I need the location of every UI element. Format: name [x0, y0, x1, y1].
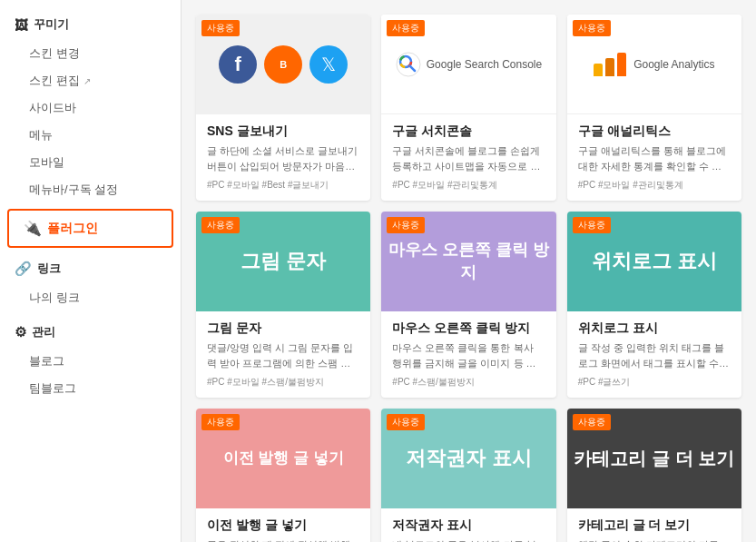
badge-using-pictogram: 사용중 — [201, 217, 240, 233]
facebook-icon: f — [219, 45, 257, 84]
plugin-card-title-category: 카테고리 글 더 보기 — [578, 517, 731, 534]
plugin-card-tags-location: #PC #글쓰기 — [578, 376, 731, 389]
plugin-card-title-prev: 이전 발행 글 넣기 — [207, 517, 359, 534]
ga-bar-1 — [594, 64, 603, 76]
plugin-card-header-gsc: 사용중 Google Search Console — [381, 15, 555, 114]
plugin-card-body-category: 카테고리 글 더 보기 해당 글이 속한 카테고리의 다른 글 목록을 보여줍니… — [567, 508, 741, 542]
plugin-card-location: 사용중 위치로그 표시 위치로그 표시 글 작성 중 입력한 위치 태그를 블로… — [567, 212, 741, 398]
plugin-grid: 사용중 f B 𝕏 SNS 글보내기 글 하단에 소셜 서비스로 글보내기 버튼… — [196, 15, 741, 542]
sidebar-item-skin-change[interactable]: 스킨 변경 — [0, 40, 181, 67]
plugin-card-desc-gsc: 구글 서치콘솔에 블로그를 손쉽게 등록하고 사이트맵을 자동으로 제출할 수 … — [392, 143, 545, 173]
plugin-card-header-pictogram: 사용중 그림 문자 — [196, 212, 370, 311]
plugin-card-body-prev: 이전 발행 글 넣기 글을 작성할 때 전에 작성해 발행한 글의 링크를 추가… — [196, 508, 370, 542]
sidebar-item-label-my-links: 나의 링크 — [29, 290, 80, 306]
plugin-card-title-gsc: 구글 서치콘솔 — [392, 123, 545, 140]
plugin-card-header-mouse: 사용중 마우스 오른쪽 클릭 방지 — [381, 212, 555, 311]
plugin-card-body-pictogram: 그림 문자 댓글/앙명 입력 시 그림 문자를 입력 받아 프로그램에 의한 스… — [196, 311, 370, 398]
plugin-card-desc-prev: 글을 작성할 때 전에 작성해 발행한 글의 링크를 추가할 수 있습니다. — [207, 537, 359, 542]
plugin-card-tags-pictogram: #PC #모바일 #스팸/불펌방지 — [207, 376, 359, 389]
plugin-card-desc-sns: 글 하단에 소셜 서비스로 글보내기 버튼이 삽입되어 방문자가 마음에 드는 … — [207, 143, 359, 173]
plugin-card-body-sns: SNS 글보내기 글 하단에 소셜 서비스로 글보내기 버튼이 삽입되어 방문자… — [196, 114, 370, 201]
gsc-text-container: Google Search Console — [427, 58, 542, 71]
sidebar-item-label-mobile: 모바일 — [29, 154, 64, 171]
twitter-icon: 𝕏 — [309, 45, 348, 84]
badge-using-location: 사용중 — [573, 217, 611, 233]
sidebar-section-customize: 🖼 꾸미기 스킨 변경 스킨 편집 ↗ 사이드바 메뉴 모바일 메뉴바/구독 설… — [0, 9, 181, 203]
sidebar-item-label-menubar: 메뉴바/구독 설정 — [29, 182, 118, 198]
badge-using-gsc: 사용중 — [387, 20, 425, 36]
sidebar-section-title-customize[interactable]: 🖼 꾸미기 — [0, 9, 181, 40]
sidebar-item-team-blog[interactable]: 팀블로그 — [0, 375, 181, 402]
plugin-card-desc-category: 해당 글이 속한 카테고리의 다른 글 목록을 보여줍니다. 설정을 통해 스타… — [578, 537, 731, 542]
plugin-card-title-copyright: 저작권자 표시 — [392, 517, 545, 534]
badge-using-copyright: 사용중 — [387, 414, 425, 430]
sidebar-plugin-button[interactable]: 🔌 플러그인 — [7, 209, 173, 248]
plugin-card-body-gsc: 구글 서치콘솔 구글 서치콘솔에 블로그를 손쉽게 등록하고 사이트맵을 자동으… — [381, 114, 555, 201]
plugin-card-sns: 사용중 f B 𝕏 SNS 글보내기 글 하단에 소셜 서비스로 글보내기 버튼… — [196, 15, 370, 201]
sidebar-section-label-manage: 관리 — [32, 324, 55, 340]
plugin-card-category: 사용중 카테고리 글 더 보기 카테고리 글 더 보기 해당 글이 속한 카테고… — [567, 409, 741, 542]
plugin-icon: 🔌 — [24, 220, 42, 237]
plugin-card-desc-pictogram: 댓글/앙명 입력 시 그림 문자를 입력 받아 프로그램에 의한 스팸 등록을 … — [207, 340, 359, 370]
plugin-card-title-location: 위치로그 표시 — [578, 320, 731, 337]
plugin-card-desc-copyright: 내 블로그의 글을 복사해 다른 블로그나 게시판에 붙여넣을 경우 자동으로 … — [392, 537, 545, 542]
sidebar-item-my-links[interactable]: 나의 링크 — [0, 284, 181, 311]
plugin-card-header-category: 사용중 카테고리 글 더 보기 — [567, 409, 741, 508]
plugin-card-header-ga: 사용중 Google Analytics — [567, 15, 741, 114]
link-icon: 🔗 — [15, 261, 32, 277]
sidebar-item-menubar[interactable]: 메뉴바/구독 설정 — [0, 176, 181, 203]
sidebar-plugin-label: 플러그인 — [47, 221, 98, 237]
sidebar-item-label-sidebar: 사이드바 — [29, 100, 76, 116]
ga-bars-icon — [594, 53, 626, 76]
gsc-label: Google Search Console — [427, 58, 542, 71]
sidebar-item-label-team-blog: 팀블로그 — [29, 380, 76, 397]
plugin-card-ga: 사용중 Google Analytics 구글 애널리틱스 구글 애널리틱스를 … — [567, 15, 741, 201]
plugin-card-title-pictogram: 그림 문자 — [207, 320, 359, 337]
sidebar-section-plugin: 🔌 플러그인 — [0, 209, 181, 248]
google-lens-icon — [396, 52, 421, 77]
sidebar-section-title-link[interactable]: 🔗 링크 — [0, 253, 181, 284]
mouse-header-text: 마우스 오른쪽 클릭 방지 — [381, 239, 555, 284]
plugin-card-gsc: 사용중 Google Search Console — [381, 15, 555, 201]
svg-line-5 — [409, 65, 415, 71]
sidebar-section-label-link: 링크 — [37, 261, 61, 277]
main-content: 사용중 f B 𝕏 SNS 글보내기 글 하단에 소셜 서비스로 글보내기 버튼… — [182, 0, 756, 542]
plugin-card-header-copyright: 사용중 저작권자 표시 — [381, 409, 555, 508]
sidebar-item-label-blog: 블로그 — [29, 353, 64, 370]
sidebar-section-label-customize: 꾸미기 — [34, 16, 69, 33]
plugin-card-prev: 사용중 이전 발행 글 넣기 이전 발행 글 넣기 글을 작성할 때 전에 작성… — [196, 409, 370, 542]
plugin-card-desc-mouse: 마우스 오른쪽 클릭을 통한 복사 행위를 금지해 글을 이미지 등 내용을 보… — [392, 340, 545, 370]
sidebar-item-skin-edit[interactable]: 스킨 편집 ↗ — [0, 67, 181, 94]
plugin-card-tags-gsc: #PC #모바일 #관리및통계 — [392, 179, 545, 192]
sidebar-section-link: 🔗 링크 나의 링크 — [0, 253, 181, 311]
badge-using-prev: 사용중 — [201, 414, 240, 430]
plugin-card-tags-sns: #PC #모바일 #Best #글보내기 — [207, 179, 359, 192]
sidebar-section-manage: ⚙ 관리 블로그 팀블로그 — [0, 317, 181, 402]
plugin-card-tags-mouse: #PC #스팸/불펌방지 — [392, 376, 545, 389]
manage-icon: ⚙ — [15, 324, 26, 340]
sidebar-item-label-skin-edit: 스킨 편집 — [29, 73, 80, 89]
sidebar-section-title-manage[interactable]: ⚙ 관리 — [0, 317, 181, 348]
ga-bar-2 — [605, 58, 614, 76]
sidebar-item-blog[interactable]: 블로그 — [0, 348, 181, 375]
plugin-card-pictogram: 사용중 그림 문자 그림 문자 댓글/앙명 입력 시 그림 문자를 입력 받아 … — [196, 212, 370, 398]
badge-using-ga: 사용중 — [573, 20, 611, 36]
sidebar-item-sidebar[interactable]: 사이드바 — [0, 94, 181, 122]
plugin-card-body-mouse: 마우스 오른쪽 클릭 방지 마우스 오른쪽 클릭을 통한 복사 행위를 금지해 … — [381, 311, 555, 398]
gsc-logo-container: Google Search Console — [396, 52, 542, 77]
sidebar-item-mobile[interactable]: 모바일 — [0, 149, 181, 176]
cat-header-text: 카테고리 글 더 보기 — [574, 447, 734, 471]
plugin-card-title-sns: SNS 글보내기 — [207, 123, 359, 140]
plugin-card-desc-ga: 구글 애널리틱스를 통해 블로그에 대한 자세한 통계를 확인할 수 있습니다. — [578, 143, 731, 173]
badge-using-sns: 사용중 — [201, 20, 240, 36]
sidebar-item-label-menu: 메뉴 — [29, 127, 53, 143]
sns-icons: f B 𝕏 — [219, 45, 348, 84]
plugin-card-body-location: 위치로그 표시 글 작성 중 입력한 위치 태그를 블로그 화면에서 태그를 표… — [567, 311, 741, 398]
location-header-text: 위치로그 표시 — [592, 248, 717, 275]
plugin-card-header-sns: 사용중 f B 𝕏 — [196, 15, 370, 114]
badge-using-mouse: 사용중 — [387, 217, 425, 233]
badge-using-category: 사용중 — [573, 414, 611, 430]
plugin-card-body-ga: 구글 애널리틱스 구글 애널리틱스를 통해 블로그에 대한 자세한 통계를 확인… — [567, 114, 741, 201]
sidebar-item-menu[interactable]: 메뉴 — [0, 122, 181, 149]
customize-icon: 🖼 — [15, 17, 28, 33]
